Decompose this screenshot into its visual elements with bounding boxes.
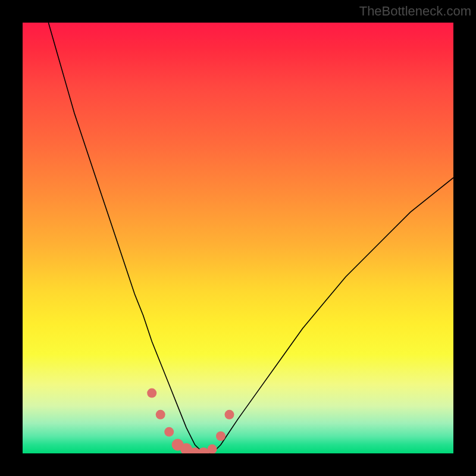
highlight-dot: [225, 410, 234, 419]
watermark-text: TheBottleneck.com: [359, 4, 471, 19]
highlight-dot: [208, 444, 217, 453]
curve-layer: [23, 23, 453, 453]
highlight-dot: [164, 427, 174, 437]
highlight-dot: [216, 431, 226, 441]
highlight-dot: [172, 439, 184, 451]
highlight-dot: [189, 447, 201, 453]
chart-frame: TheBottleneck.com: [0, 0, 476, 476]
highlight-dot: [180, 443, 192, 453]
highlight-dot: [156, 410, 165, 419]
highlight-dot: [147, 389, 156, 398]
plot-area: [23, 23, 453, 453]
bottleneck-curve: [48, 23, 453, 453]
highlight-dots-group: [147, 389, 234, 453]
highlight-dot: [198, 447, 209, 453]
